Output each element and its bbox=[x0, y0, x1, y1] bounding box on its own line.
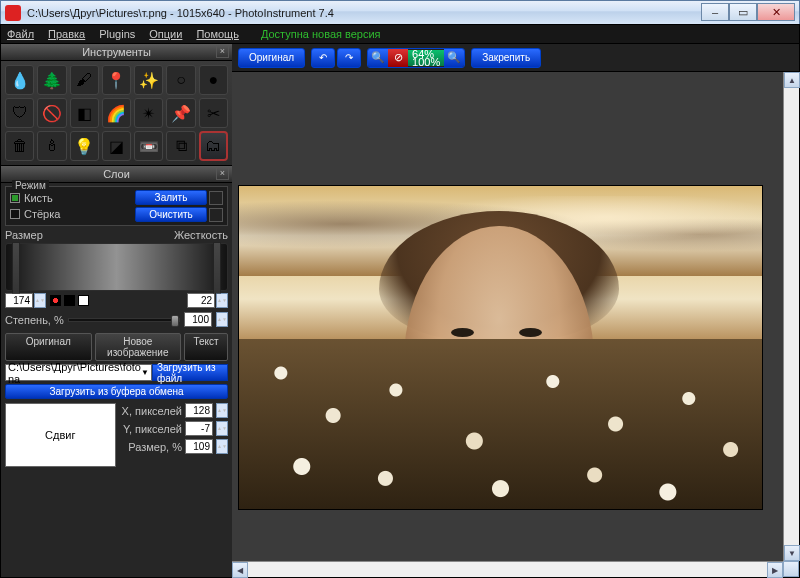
menubar: Файл Правка Plugins Опции Помощь Доступн… bbox=[0, 24, 800, 44]
offset-y-spinner[interactable]: ▲▼ bbox=[216, 421, 228, 436]
tool-layers-tool[interactable]: 🗂 bbox=[199, 131, 228, 161]
clear-button[interactable]: Очистить bbox=[135, 207, 207, 222]
tool-pin[interactable]: 📌 bbox=[166, 98, 195, 128]
window-title: C:\Users\Друг\Pictures\т.png - 1015x640 … bbox=[27, 7, 334, 19]
zoom-out-button[interactable]: 🔍 bbox=[368, 49, 388, 67]
tool-gradient-color[interactable]: 🌈 bbox=[102, 98, 131, 128]
load-clipboard-button[interactable]: Загрузить из буфера обмена bbox=[5, 384, 228, 399]
menu-help[interactable]: Помощь bbox=[196, 28, 239, 40]
tool-burn[interactable]: ● bbox=[199, 65, 228, 95]
toolbar-original-button[interactable]: Оригинал bbox=[238, 48, 305, 68]
degree-thumb[interactable] bbox=[171, 315, 179, 327]
scroll-right-icon[interactable]: ▶ bbox=[767, 562, 783, 578]
tool-dodge[interactable]: ○ bbox=[166, 65, 195, 95]
size-input[interactable]: 174 bbox=[5, 293, 33, 308]
mode-label: Режим bbox=[12, 180, 49, 191]
offset-size-spinner[interactable]: ▲▼ bbox=[216, 439, 228, 454]
tool-glow[interactable]: ✨ bbox=[134, 65, 163, 95]
menu-options[interactable]: Опции bbox=[149, 28, 182, 40]
file-path-select[interactable]: C:\Users\Друг\Pictures\foto na▼ bbox=[5, 364, 152, 381]
canvas[interactable] bbox=[232, 72, 783, 561]
color-swatch-black-icon[interactable] bbox=[64, 295, 75, 306]
tab-original[interactable]: Оригинал bbox=[5, 333, 92, 361]
hardness-spinner[interactable]: ▲▼ bbox=[216, 293, 228, 308]
offset-x-input[interactable]: 128 bbox=[185, 403, 213, 418]
mode-eraser[interactable]: Стёрка bbox=[10, 208, 60, 220]
menu-file[interactable]: Файл bbox=[7, 28, 34, 40]
tools-panel-header: Инструменты × bbox=[1, 44, 232, 61]
window-minimize[interactable]: – bbox=[701, 3, 729, 21]
toolbar-fix-button[interactable]: Закрепить bbox=[471, 48, 541, 68]
tool-wand[interactable]: ✴ bbox=[134, 98, 163, 128]
offset-y-input[interactable]: -7 bbox=[185, 421, 213, 436]
degree-label: Степень, % bbox=[5, 314, 64, 326]
scroll-down-icon[interactable]: ▼ bbox=[784, 545, 800, 561]
degree-input[interactable]: 100 bbox=[184, 312, 212, 327]
load-file-button[interactable]: Загрузить из файл bbox=[152, 364, 228, 381]
checkbox-brush-icon bbox=[10, 193, 20, 203]
fill-button[interactable]: Залить bbox=[135, 190, 207, 205]
tool-shield[interactable]: 🛡 bbox=[5, 98, 34, 128]
tab-newimage[interactable]: Новое изображение bbox=[95, 333, 182, 361]
shift-pad[interactable]: Сдвиг bbox=[5, 403, 116, 467]
tool-brush[interactable]: 🖌 bbox=[70, 65, 99, 95]
fill-opts-icon[interactable] bbox=[209, 191, 223, 205]
zoom-readout: 64%100% bbox=[408, 50, 444, 66]
menu-plugins[interactable]: Plugins bbox=[99, 28, 135, 40]
offset-size-label: Размер, % bbox=[128, 441, 182, 453]
offset-size-input[interactable]: 109 bbox=[185, 439, 213, 454]
size-slider-handle[interactable] bbox=[12, 242, 20, 294]
degree-spinner[interactable]: ▲▼ bbox=[216, 312, 228, 327]
clear-opts-icon[interactable] bbox=[209, 208, 223, 222]
horizontal-scrollbar[interactable]: ◀ ▶ bbox=[232, 561, 783, 577]
tool-scissors[interactable]: ✂ bbox=[199, 98, 228, 128]
tool-tape[interactable]: 📼 bbox=[134, 131, 163, 161]
undo-button[interactable]: ↶ bbox=[311, 48, 335, 68]
checkbox-eraser-icon bbox=[10, 209, 20, 219]
brush-preview[interactable] bbox=[5, 243, 228, 291]
main-toolbar: Оригинал ↶ ↷ 🔍 ⊘ 64%100% 🔍 Закрепить bbox=[232, 44, 799, 72]
window-titlebar: C:\Users\Друг\Pictures\т.png - 1015x640 … bbox=[0, 0, 800, 24]
tool-nosign[interactable]: 🚫 bbox=[37, 98, 66, 128]
tool-candle[interactable]: 🕯 bbox=[37, 131, 66, 161]
menu-edit[interactable]: Правка bbox=[48, 28, 85, 40]
tool-gradient-bw[interactable]: ◧ bbox=[70, 98, 99, 128]
offset-x-spinner[interactable]: ▲▼ bbox=[216, 403, 228, 418]
hardness-label: Жесткость bbox=[174, 229, 228, 241]
vertical-scrollbar[interactable]: ▲ ▼ bbox=[783, 72, 799, 561]
tool-stamp[interactable]: 📍 bbox=[102, 65, 131, 95]
tool-trash[interactable]: 🗑 bbox=[5, 131, 34, 161]
layers-panel-close[interactable]: × bbox=[216, 167, 229, 180]
tools-panel-close[interactable]: × bbox=[216, 45, 229, 58]
color-swatch-red-icon[interactable] bbox=[50, 295, 61, 306]
zoom-control: 🔍 ⊘ 64%100% 🔍 bbox=[367, 48, 465, 68]
scroll-corner bbox=[783, 561, 799, 577]
tool-overlap[interactable]: ⧉ bbox=[166, 131, 195, 161]
mode-brush[interactable]: Кисть bbox=[10, 192, 60, 204]
menu-update-notice[interactable]: Доступна новая версия bbox=[261, 28, 381, 40]
hardness-input[interactable]: 22 bbox=[187, 293, 215, 308]
tool-grid: 💧🌲🖌📍✨○●🛡🚫◧🌈✴📌✂🗑🕯💡◪📼⧉🗂 bbox=[1, 61, 232, 166]
redo-button[interactable]: ↷ bbox=[337, 48, 361, 68]
app-icon bbox=[5, 5, 21, 21]
chevron-down-icon: ▼ bbox=[141, 368, 149, 377]
offset-y-label: Y, пикселей bbox=[123, 423, 182, 435]
scroll-left-icon[interactable]: ◀ bbox=[232, 562, 248, 578]
tool-eraser[interactable]: ◪ bbox=[102, 131, 131, 161]
mode-box: Режим Кисть Стёрка Залить Очистить bbox=[5, 186, 228, 226]
zoom-reset-button[interactable]: ⊘ bbox=[388, 49, 408, 67]
tool-droplet[interactable]: 💧 bbox=[5, 65, 34, 95]
degree-slider[interactable] bbox=[68, 318, 180, 322]
zoom-in-button[interactable]: 🔍 bbox=[444, 49, 464, 67]
size-label: Размер bbox=[5, 229, 43, 241]
canvas-image bbox=[238, 185, 763, 510]
tool-tree[interactable]: 🌲 bbox=[37, 65, 66, 95]
tool-bulb[interactable]: 💡 bbox=[70, 131, 99, 161]
size-spinner[interactable]: ▲▼ bbox=[34, 293, 46, 308]
color-swatch-white-icon[interactable] bbox=[78, 295, 89, 306]
tab-text[interactable]: Текст bbox=[184, 333, 228, 361]
hardness-slider-handle[interactable] bbox=[213, 242, 221, 294]
window-close[interactable]: ✕ bbox=[757, 3, 795, 21]
scroll-up-icon[interactable]: ▲ bbox=[784, 72, 800, 88]
window-maximize[interactable]: ▭ bbox=[729, 3, 757, 21]
